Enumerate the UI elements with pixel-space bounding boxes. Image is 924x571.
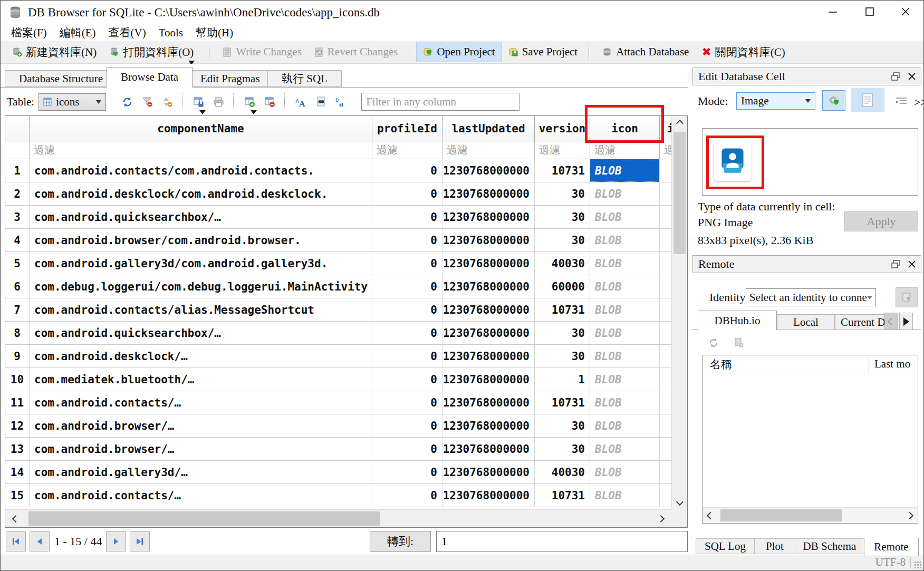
vertical-scrollbar-thumb[interactable] <box>673 132 686 254</box>
encoding-button[interactable]: ba <box>331 92 350 111</box>
cell-ver[interactable]: 1 <box>535 368 590 391</box>
row-number[interactable]: 5 <box>5 252 30 275</box>
float-dock-icon[interactable] <box>891 72 900 81</box>
cell-name[interactable]: com.mediatek.bluetooth/… <box>30 368 372 391</box>
cell-pid[interactable]: 0 <box>372 182 442 206</box>
cell-lu[interactable]: 1230768000000 <box>442 159 535 182</box>
save-table-button[interactable] <box>189 92 208 111</box>
menu-edit[interactable]: 編輯(E) <box>53 25 102 40</box>
cell-name[interactable]: com.android.quicksearchbox/… <box>30 322 372 345</box>
remote-tab-dbhub[interactable]: DBHub.io <box>698 311 777 330</box>
cell-pid[interactable]: 0 <box>372 229 442 252</box>
row-number[interactable]: 12 <box>5 414 30 438</box>
encoding-status[interactable]: UTF-8 <box>875 556 906 569</box>
cell-ver[interactable]: 40030 <box>535 461 590 484</box>
scroll-right-button[interactable] <box>902 508 918 523</box>
apply-button[interactable]: Apply <box>844 211 918 231</box>
horizontal-scrollbar[interactable] <box>5 509 671 527</box>
cell-ver[interactable]: 60000 <box>535 275 590 298</box>
row-number[interactable]: 3 <box>5 206 30 229</box>
remote-list-header-lastmodified[interactable]: Last mo <box>874 357 917 371</box>
tab-database-structure[interactable]: Database Structure <box>5 70 117 87</box>
cell-icon[interactable]: BLOB <box>590 206 660 229</box>
first-record-button[interactable] <box>6 531 26 551</box>
open-database-button[interactable]: 打開資料庫(O) <box>103 42 200 63</box>
dock-tab-remote[interactable]: Remote <box>864 537 919 556</box>
import-data-button[interactable] <box>822 90 845 111</box>
row-number[interactable]: 1 <box>5 159 30 182</box>
vertical-scrollbar[interactable] <box>671 116 687 509</box>
row-number[interactable]: 9 <box>5 345 30 368</box>
tab-scroll-right-button[interactable] <box>899 313 913 330</box>
cell-lu[interactable]: 1230768000000 <box>442 229 535 252</box>
attach-database-button[interactable]: Attach Database <box>596 42 695 62</box>
cell-icon[interactable]: BLOB <box>590 322 660 345</box>
cell-name[interactable]: com.android.contacts/alias.MessageShortc… <box>30 298 372 322</box>
write-changes-button[interactable]: Write Changes <box>216 42 308 62</box>
cell-icon[interactable]: BLOB <box>590 414 660 438</box>
refresh-button[interactable] <box>118 92 137 111</box>
cell-icon[interactable]: BLOB <box>590 252 660 275</box>
cell-name[interactable]: com.android.gallery3d/… <box>30 461 372 484</box>
cell-lu[interactable]: 1230768000000 <box>442 298 535 322</box>
row-number[interactable]: 4 <box>5 229 30 252</box>
cell-pid[interactable]: 0 <box>372 206 442 229</box>
tab-edit-pragmas[interactable]: Edit Pragmas <box>186 70 274 87</box>
last-record-button[interactable] <box>130 531 150 551</box>
cell-lu[interactable]: 1230768000000 <box>442 461 535 484</box>
text-mode-button[interactable] <box>851 88 884 112</box>
dock-tab-sql-log[interactable]: SQL Log <box>696 538 755 554</box>
open-project-button[interactable]: Open Project <box>416 42 502 62</box>
tab-scroll-left-button[interactable] <box>884 313 898 330</box>
clear-sorting-button[interactable] <box>158 92 177 111</box>
cell-icon[interactable]: BLOB <box>590 368 660 391</box>
scroll-right-button[interactable] <box>650 510 671 527</box>
remote-list-header-name[interactable]: 名稱 <box>702 357 732 372</box>
cell-name[interactable]: com.android.contacts/… <box>30 484 372 507</box>
row-number[interactable]: 2 <box>5 182 30 206</box>
menu-view[interactable]: 查看(V) <box>102 25 152 40</box>
cell-ver[interactable]: 40030 <box>535 252 590 275</box>
cell-name[interactable]: com.debug.loggerui/com.debug.loggerui.Ma… <box>30 275 372 298</box>
cell-name[interactable]: com.android.browser/com.android.browser. <box>30 229 372 252</box>
close-database-button[interactable]: ✖ 關閉資料庫(C) <box>695 42 791 63</box>
scroll-left-button[interactable] <box>702 508 718 523</box>
cell-name[interactable]: com.android.browser/… <box>30 438 372 461</box>
row-number[interactable]: 10 <box>5 368 30 391</box>
cell-ver[interactable]: 10731 <box>535 391 590 414</box>
cell-icon[interactable]: BLOB <box>590 345 660 368</box>
column-header-componentname[interactable]: componentName <box>30 116 372 141</box>
cell-name[interactable]: com.android.browser/… <box>30 414 372 438</box>
filter-input-version[interactable]: 過濾 <box>535 141 590 159</box>
horizontal-scrollbar-thumb[interactable] <box>28 511 380 526</box>
cell-ver[interactable]: 30 <box>535 229 590 252</box>
save-project-button[interactable]: Save Project <box>502 42 584 62</box>
cell-pid[interactable]: 0 <box>372 368 442 391</box>
print-button[interactable] <box>209 92 228 111</box>
cell-ver[interactable]: 30 <box>535 414 590 438</box>
cell-lu[interactable]: 1230768000000 <box>442 206 535 229</box>
filter-input-lastupdated[interactable]: 過濾 <box>442 141 535 159</box>
cell-lu[interactable]: 1230768000000 <box>442 252 535 275</box>
cell-name[interactable]: com.android.gallery3d/com.android.galler… <box>30 252 372 275</box>
cell-ver[interactable]: 30 <box>535 345 590 368</box>
menu-help[interactable]: 幫助(H) <box>189 25 239 40</box>
header-corner[interactable] <box>5 116 30 141</box>
cell-pid[interactable]: 0 <box>372 345 442 368</box>
filter-input-profileid[interactable]: 過濾 <box>372 141 442 159</box>
cell-pid[interactable]: 0 <box>372 322 442 345</box>
tab-browse-data[interactable]: Browse Data <box>107 67 192 88</box>
resize-grip[interactable] <box>914 561 921 568</box>
cell-ver[interactable]: 30 <box>535 206 590 229</box>
cell-pid[interactable]: 0 <box>372 159 442 182</box>
cell-lu[interactable]: 1230768000000 <box>442 275 535 298</box>
cell-pid[interactable]: 0 <box>372 252 442 275</box>
cell-lu[interactable]: 1230768000000 <box>442 322 535 345</box>
column-header-version[interactable]: version <box>535 116 590 141</box>
row-number[interactable]: 15 <box>5 484 30 507</box>
cell-icon[interactable]: BLOB <box>590 391 660 414</box>
toolbar-overflow-button[interactable]: >> <box>914 95 924 109</box>
filter-input-componentname[interactable]: 過濾 <box>30 141 372 159</box>
cell-pid[interactable]: 0 <box>372 275 442 298</box>
minimize-button[interactable] <box>820 1 845 23</box>
